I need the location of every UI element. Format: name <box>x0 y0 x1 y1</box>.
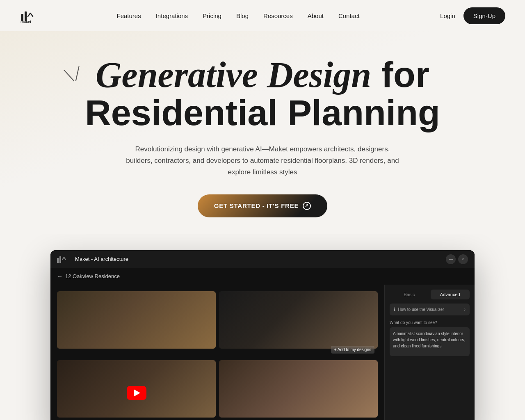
signup-button[interactable]: Sign-Up <box>463 7 505 24</box>
nav-contact[interactable]: Contact <box>338 12 360 19</box>
svg-rect-4 <box>59 256 61 263</box>
preview-back-nav[interactable]: ← 12 Oakview Residence <box>57 272 120 281</box>
chevron-right-icon: › <box>464 307 466 312</box>
preview-ctrl-1[interactable]: — <box>446 254 456 264</box>
nav-integrations[interactable]: Integrations <box>156 12 188 19</box>
cta-arrow-icon: ↗ <box>303 202 311 210</box>
hero-headline-italic: Generative Design <box>96 55 371 95</box>
sidebar-how-to[interactable]: ℹ How to use the Visualizer › <box>390 304 470 315</box>
svg-rect-3 <box>57 258 59 263</box>
login-link[interactable]: Login <box>440 12 455 19</box>
youtube-play-button[interactable] <box>127 386 146 400</box>
hero-section: ╲ ╱ Generative Design for Residential Pl… <box>0 31 525 234</box>
preview-titlebar: Maket - AI architecture — ○ <box>50 250 475 268</box>
sidebar-tabs: Basic Advanced <box>390 290 470 299</box>
sidebar-how-to-label: How to use the Visualizer <box>398 307 444 312</box>
play-icon <box>134 389 140 397</box>
hero-description: Revolutionizing design with generative A… <box>123 144 402 178</box>
preview-gallery: + Add to my designs <box>50 285 384 420</box>
preview-sidebar: Basic Advanced ℹ How to use the Visualiz… <box>384 285 475 420</box>
sidebar-prompt-text[interactable]: A minimalist scandinavian style interior… <box>390 327 470 356</box>
preview-frame: Maket - AI architecture — ○ ← 12 Oakview… <box>50 250 475 420</box>
nav-resources[interactable]: Resources <box>263 12 293 19</box>
svg-text:maket: maket <box>21 20 31 24</box>
sidebar-prompt-label: What do you want to see? <box>390 320 470 325</box>
hero-headline: Generative Design for Residential Planni… <box>78 56 447 132</box>
nav-blog[interactable]: Blog <box>236 12 249 19</box>
gallery-item-2[interactable]: + Add to my designs <box>219 291 378 357</box>
nav-actions: Login Sign-Up <box>440 7 505 24</box>
back-arrow-icon: ← <box>57 273 63 280</box>
preview-content: + Add to my designs Basic Adv <box>50 285 475 420</box>
preview-section: Maket - AI architecture — ○ ← 12 Oakview… <box>31 250 494 420</box>
gallery-item-4 <box>219 360 378 420</box>
info-icon: ℹ <box>394 307 395 312</box>
nav-pricing[interactable]: Pricing <box>203 12 221 19</box>
cta-button[interactable]: GET STARTED - IT'S FREE ↗ <box>198 194 327 217</box>
preview-project-name: 12 Oakview Residence <box>65 273 120 279</box>
preview-nav: ← 12 Oakview Residence <box>50 268 475 285</box>
preview-logo-icon <box>57 256 70 263</box>
preview-controls: — ○ <box>446 254 468 264</box>
logo[interactable]: maket <box>20 7 36 24</box>
gallery-item-3 <box>57 360 216 420</box>
cta-label: GET STARTED - IT'S FREE <box>214 202 299 209</box>
nav-about[interactable]: About <box>308 12 324 19</box>
add-to-designs-button[interactable]: + Add to my designs <box>331 346 374 354</box>
nav-features[interactable]: Features <box>117 12 141 19</box>
preview-ctrl-2[interactable]: ○ <box>458 254 468 264</box>
navbar: maket Features Integrations Pricing Blog… <box>0 0 525 31</box>
preview-app-name: Maket - AI architecture <box>75 256 441 262</box>
nav-links: Features Integrations Pricing Blog Resou… <box>117 12 360 19</box>
gallery-item-1 <box>57 291 216 357</box>
sidebar-tab-advanced[interactable]: Advanced <box>431 290 470 299</box>
sidebar-tab-basic[interactable]: Basic <box>390 290 429 299</box>
logo-icon: maket <box>20 7 36 24</box>
